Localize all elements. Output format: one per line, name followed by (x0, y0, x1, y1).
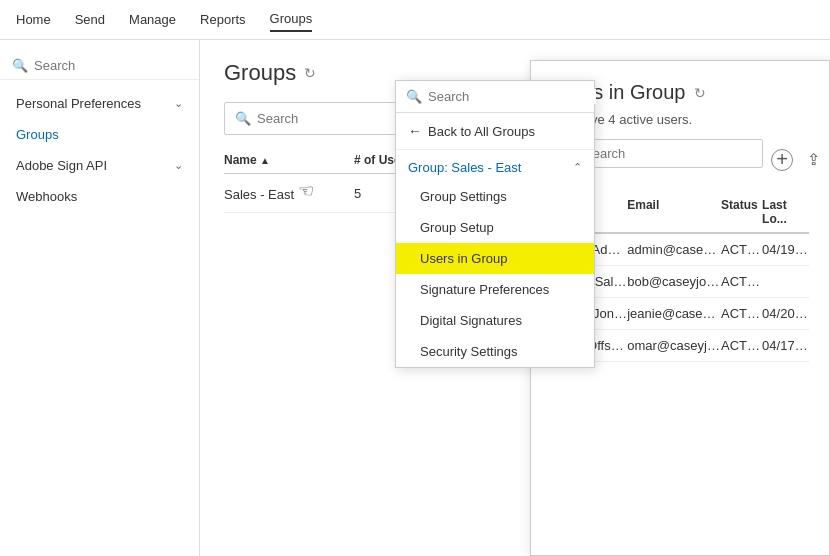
user-email-3: omar@caseyjones.dom (627, 338, 721, 353)
group-section-header[interactable]: Group: Sales - East ⌃ (396, 150, 594, 181)
user-last-0: 04/19/2... (762, 242, 809, 257)
nav-send[interactable]: Send (75, 8, 105, 31)
menu-item-digital-signatures[interactable]: Digital Signatures (396, 305, 594, 336)
sidebar-item-personal-preferences-label: Personal Preferences (16, 96, 141, 111)
user-last-3: 04/17/2... (762, 338, 809, 353)
overlay-search-icon: 🔍 (406, 89, 422, 104)
sidebar-item-personal-preferences[interactable]: Personal Preferences ⌄ (0, 88, 199, 119)
sidebar-item-adobe-sign-api[interactable]: Adobe Sign API ⌄ (0, 150, 199, 181)
back-label: Back to All Groups (428, 124, 535, 139)
chevron-up-icon: ⌃ (573, 161, 582, 174)
sidebar-item-webhooks[interactable]: Webhooks (0, 181, 199, 212)
users-search-input[interactable] (584, 146, 752, 161)
back-to-all-groups[interactable]: ← Back to All Groups (396, 113, 594, 150)
nav-reports[interactable]: Reports (200, 8, 246, 31)
users-refresh-icon[interactable]: ↻ (694, 85, 706, 101)
sidebar-item-groups[interactable]: Groups (0, 119, 199, 150)
sidebar: 🔍 Personal Preferences ⌄ Groups Adobe Si… (0, 40, 200, 556)
user-status-2: ACTIVE (721, 306, 762, 321)
row-name: Sales - East ☜ (224, 182, 354, 204)
overlay-search-bar: 🔍 (396, 81, 594, 113)
export-icon[interactable]: ⇪ (807, 150, 820, 169)
add-user-icon[interactable]: + (771, 149, 793, 171)
menu-item-security-settings[interactable]: Security Settings (396, 336, 594, 367)
menu-item-group-setup[interactable]: Group Setup (396, 212, 594, 243)
menu-item-signature-preferences[interactable]: Signature Preferences (396, 274, 594, 305)
back-arrow-icon: ← (408, 123, 422, 139)
sort-arrow: ▲ (260, 155, 270, 166)
group-name-label: Group: Sales - East (408, 160, 521, 175)
nav-manage[interactable]: Manage (129, 8, 176, 31)
sidebar-search: 🔍 (0, 52, 199, 80)
user-email-0: admin@caseyjones.dom (627, 242, 721, 257)
ucol-header-email: Email (627, 198, 721, 226)
chevron-down-icon-2: ⌄ (174, 159, 183, 172)
users-toolbar: + ⇪ 👥 ☰ (771, 149, 830, 171)
menu-item-users-in-group[interactable]: Users in Group (396, 243, 594, 274)
cursor-pointer-icon: ☜ (298, 182, 314, 202)
content-area: Groups ↻ 🔍 ☰ Name ▲ # of Users Administr… (200, 40, 830, 556)
user-status-1: ACTIVE (721, 274, 762, 289)
overlay-search-input[interactable] (428, 89, 596, 104)
col-header-name: Name ▲ (224, 153, 354, 167)
user-status-3: ACTIVE (721, 338, 762, 353)
chevron-down-icon: ⌄ (174, 97, 183, 110)
user-last-1 (762, 274, 809, 289)
nav-home[interactable]: Home (16, 8, 51, 31)
menu-item-group-settings[interactable]: Group Settings (396, 181, 594, 212)
sidebar-item-webhooks-label: Webhooks (16, 189, 77, 204)
overlay-left-nav: 🔍 ← Back to All Groups Group: Sales - Ea… (395, 80, 595, 368)
search-icon: 🔍 (12, 58, 28, 73)
top-navigation: Home Send Manage Reports Groups (0, 0, 830, 40)
groups-search-icon: 🔍 (235, 111, 251, 126)
refresh-icon[interactable]: ↻ (304, 65, 316, 81)
ucol-header-status: Status (721, 198, 762, 226)
user-last-2: 04/20/2... (762, 306, 809, 321)
sidebar-item-groups-label: Groups (16, 127, 59, 142)
user-email-1: bob@caseyjones.dom (627, 274, 721, 289)
sidebar-search-input[interactable] (34, 58, 187, 73)
nav-groups[interactable]: Groups (270, 7, 313, 32)
sidebar-item-adobe-sign-api-label: Adobe Sign API (16, 158, 107, 173)
user-email-2: jeanie@caseyjones.dom (627, 306, 721, 321)
ucol-header-last: Last Lo... (762, 198, 809, 226)
user-status-0: ACTIVE (721, 242, 762, 257)
main-layout: 🔍 Personal Preferences ⌄ Groups Adobe Si… (0, 40, 830, 556)
groups-title-text: Groups (224, 60, 296, 86)
